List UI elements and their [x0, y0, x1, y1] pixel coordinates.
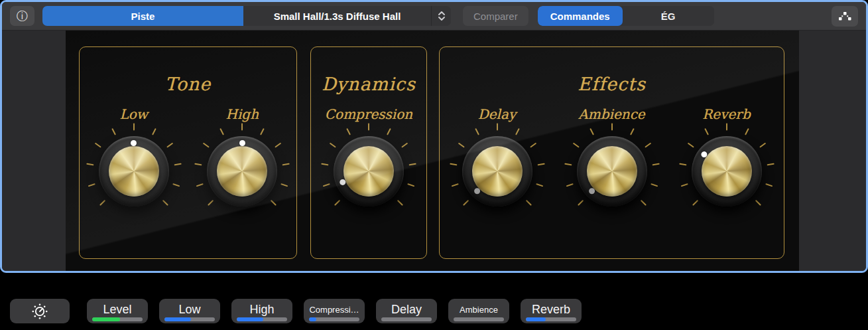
param-button-delay[interactable]: Delay	[376, 299, 437, 323]
param-button-label: Compressi…	[304, 301, 365, 317]
chevron-up-down-icon	[438, 11, 446, 21]
tab-eq[interactable]: ÉG	[623, 6, 714, 26]
plugin-deck: Tone LowHigh Dynamics Compression Effect…	[2, 31, 866, 271]
plate-reverb-panel: Tone LowHigh Dynamics Compression Effect…	[66, 31, 799, 271]
param-button-level[interactable]: Level	[87, 299, 148, 323]
knob-indicator-dot	[131, 140, 137, 146]
knob-dial-icon	[31, 303, 48, 320]
param-value-bar	[454, 317, 504, 321]
param-button-label: Delay	[376, 301, 437, 317]
compare-button[interactable]: Comparer	[463, 6, 528, 26]
preset-selector[interactable]: Small Hall/1.3s Diffuse Hall	[243, 6, 431, 26]
knob-row-dynamics: Compression	[311, 106, 426, 221]
param-button-label: Level	[87, 301, 148, 317]
knob-unit-reverb: Reverb	[677, 106, 776, 221]
tab-eq-label: ÉG	[661, 11, 676, 22]
preset-stepper[interactable]	[431, 6, 451, 26]
param-value-bar	[237, 317, 287, 321]
tab-controls[interactable]: Commandes	[538, 6, 623, 26]
param-button-label: High	[231, 301, 292, 317]
screen-controls-dial-button[interactable]	[10, 299, 70, 323]
param-button-label: Low	[159, 301, 220, 317]
section-title: Effects	[440, 72, 784, 96]
knob-unit-compression: Compression	[319, 106, 418, 221]
compression-knob[interactable]	[319, 122, 418, 221]
knob-indicator-arm	[84, 122, 184, 221]
section-title: Dynamics	[311, 72, 426, 96]
screen-controls-bar: LevelLowHighCompressi…DelayAmbienceRever…	[0, 273, 868, 330]
param-value-bar	[92, 317, 143, 321]
ambience-knob[interactable]	[562, 122, 662, 221]
low-knob[interactable]	[84, 122, 184, 221]
knob-indicator-dot	[339, 179, 347, 187]
param-button-reverb[interactable]: Reverb	[521, 299, 582, 323]
controls-eq-segmented-control: Commandes ÉG	[538, 6, 714, 26]
knob-indicator-dot	[588, 187, 596, 196]
param-value-bar	[526, 317, 576, 321]
section-tone: Tone LowHigh	[79, 46, 297, 259]
smart-controls-toolbar: ⓘ Piste Small Hall/1.3s Diffuse Hall Com…	[2, 2, 866, 31]
knob-indicator-dot	[239, 140, 245, 146]
smart-controls-nodes-button[interactable]	[832, 6, 858, 27]
smart-controls-nodes-icon	[838, 11, 851, 21]
knob-indicator-arm	[303, 106, 434, 236]
knob-unit-low: Low	[84, 106, 184, 221]
param-value-fill	[526, 317, 546, 321]
knob-row-effects: DelayAmbienceReverb	[440, 106, 784, 221]
knob-indicator-arm	[657, 102, 796, 241]
track-preset-segmented-control: Piste Small Hall/1.3s Diffuse Hall	[42, 6, 451, 26]
tab-controls-label: Commandes	[550, 11, 610, 22]
param-button-compressi[interactable]: Compressi…	[304, 299, 365, 323]
knob-indicator-arm	[192, 122, 292, 221]
knob-label: High	[225, 106, 259, 123]
knob-row-tone: LowHigh	[80, 106, 296, 221]
knob-indicator-dot	[473, 187, 481, 196]
knob-label: Low	[120, 106, 148, 123]
param-button-low[interactable]: Low	[159, 299, 220, 323]
high-knob[interactable]	[192, 122, 292, 221]
tab-track[interactable]: Piste	[42, 6, 243, 26]
param-button-label: Ambience	[448, 301, 509, 317]
info-button[interactable]: ⓘ	[10, 6, 34, 26]
param-value-fill	[237, 317, 263, 321]
knob-unit-high: High	[192, 106, 292, 221]
tab-track-label: Piste	[131, 11, 155, 22]
section-effects: Effects DelayAmbienceReverb	[439, 46, 784, 259]
knob-indicator-arm	[541, 101, 682, 242]
section-dynamics: Dynamics Compression	[310, 46, 427, 259]
parameter-buttons: LevelLowHighCompressi…DelayAmbienceRever…	[87, 299, 593, 323]
section-title: Tone	[80, 72, 296, 96]
param-value-fill	[164, 317, 191, 321]
compare-button-label: Comparer	[473, 11, 518, 22]
delay-knob[interactable]	[448, 122, 547, 221]
reverb-knob[interactable]	[677, 122, 776, 221]
param-button-ambience[interactable]: Ambience	[448, 299, 509, 323]
smart-controls-window: ⓘ Piste Small Hall/1.3s Diffuse Hall Com…	[0, 0, 868, 273]
param-button-label: Reverb	[521, 301, 582, 317]
param-value-fill	[309, 317, 316, 321]
knob-unit-ambience: Ambience	[562, 106, 662, 221]
param-value-fill	[92, 317, 120, 321]
param-value-bar	[381, 317, 432, 321]
preset-value: Small Hall/1.3s Diffuse Hall	[274, 11, 401, 22]
param-value-bar	[164, 317, 215, 321]
knob-indicator-dot	[700, 151, 708, 159]
info-icon: ⓘ	[17, 9, 28, 24]
param-value-bar	[309, 317, 359, 321]
param-button-high[interactable]: High	[231, 299, 292, 323]
knob-unit-delay: Delay	[448, 106, 547, 221]
